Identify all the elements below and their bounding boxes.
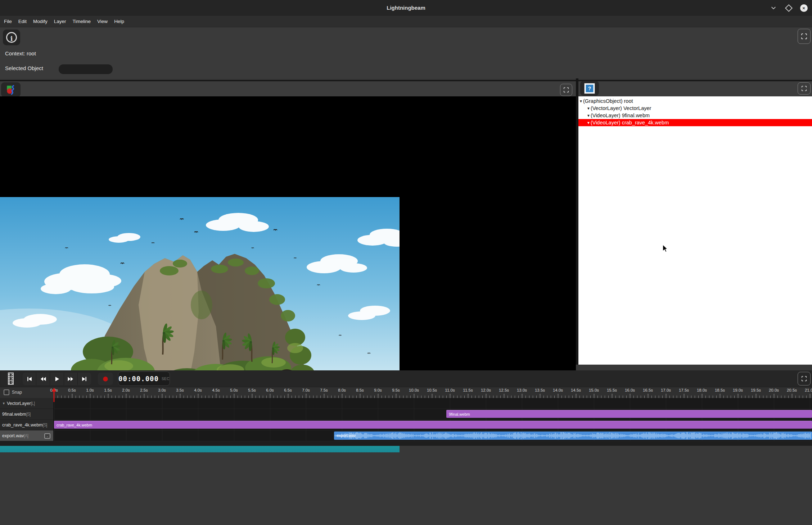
ruler-tick — [180, 394, 180, 398]
menu-view[interactable]: View — [94, 16, 111, 27]
maximize-button[interactable] — [785, 4, 793, 12]
skip-end-button[interactable] — [78, 373, 91, 385]
ruler-tick — [597, 396, 598, 398]
diamond-icon — [785, 4, 792, 12]
playhead[interactable] — [51, 387, 57, 402]
tree-row[interactable]: ▼(VideoLayer) crab_rave_4k.webm — [578, 119, 812, 126]
tree-row[interactable]: ▼(GraphicsObject) root — [578, 97, 812, 105]
ruler-tick — [759, 396, 760, 398]
close-button[interactable]: × — [800, 4, 808, 12]
ruler-tick — [511, 396, 511, 398]
timeline-ruler[interactable]: Snap 0.0s0.5s1.0s1.5s2.0s2.5s3.0s3.5s4.0… — [0, 387, 812, 398]
ruler-tick — [561, 396, 562, 398]
info-button[interactable]: i — [3, 29, 20, 45]
ruler-tick — [292, 396, 292, 398]
ruler-tick — [241, 396, 242, 398]
ruler-tick — [522, 394, 522, 398]
ruler-tick — [781, 396, 781, 398]
track-label-VectorLayer[interactable]: ▼VectorLayer[L] — [0, 398, 53, 409]
ruler-tick — [79, 396, 80, 398]
clip-export.wav[interactable]: export.wav — [334, 432, 812, 440]
play-button[interactable] — [50, 373, 64, 385]
menu-timeline[interactable]: Timeline — [69, 16, 94, 27]
shapes-icon — [5, 85, 16, 95]
menu-layer[interactable]: Layer — [51, 16, 69, 27]
ruler-label: 1.5s — [104, 388, 112, 392]
fullscreen-icon — [801, 85, 807, 92]
expander-triangle-icon[interactable]: ▼ — [579, 99, 583, 103]
ruler-tick — [806, 396, 807, 398]
ruler-tick — [425, 396, 425, 398]
rewind-button[interactable] — [36, 373, 50, 385]
fast-forward-button[interactable] — [64, 373, 78, 385]
skip-start-button[interactable] — [23, 373, 36, 385]
ruler-tick — [605, 396, 605, 398]
tree-row[interactable]: ▼(VectorLayer) VectorLayer — [578, 105, 812, 112]
record-button[interactable] — [98, 373, 113, 385]
ruler-tick — [482, 396, 483, 398]
ruler-tick — [306, 394, 306, 398]
track-toggle-button[interactable]: - — [44, 433, 50, 439]
track-label-column: ▼VectorLayer[L]9final.webm[S]crab_rave_4… — [0, 398, 54, 441]
ruler-label: 8.0s — [338, 388, 346, 392]
circle-x-icon: × — [800, 4, 808, 12]
window-title: Lightningbeam — [0, 0, 812, 16]
ruler-tick — [788, 396, 789, 398]
ruler-tick — [479, 396, 479, 398]
expander-triangle-icon[interactable]: ▼ — [587, 114, 590, 118]
menu-help[interactable]: Help — [111, 16, 127, 27]
snap-checkbox[interactable] — [4, 389, 9, 395]
expander-triangle-icon[interactable]: ▼ — [587, 106, 590, 110]
info-panel-expand-button[interactable] — [798, 29, 811, 44]
ruler-tick — [169, 396, 170, 398]
chevron-down-icon — [770, 5, 777, 11]
ruler-label: 15.0s — [589, 388, 599, 392]
ruler-tick — [601, 396, 601, 398]
ruler-tick — [738, 394, 738, 398]
timeline-expand-button[interactable] — [798, 372, 811, 385]
ruler-label: 13.0s — [517, 388, 527, 392]
stage-expand-button[interactable] — [560, 84, 572, 96]
ruler-tick — [130, 396, 130, 398]
track-label-export.wav[interactable]: export.wav[A]- — [0, 430, 53, 441]
menu-edit[interactable]: Edit — [15, 16, 30, 27]
selected-object-input[interactable] — [59, 64, 113, 74]
expander-triangle-icon[interactable]: ▼ — [587, 121, 590, 125]
clip-9final.webm[interactable]: 9final.webm — [446, 410, 812, 418]
ruler-tick — [698, 396, 699, 398]
tree-row[interactable]: ▼(VideoLayer) 9final.webm — [578, 112, 812, 119]
ruler-tick — [209, 396, 209, 398]
track-expander-icon[interactable]: ▼ — [2, 402, 5, 405]
track-label-crab_rave_4k.webm[interactable]: crab_rave_4k.webm[S] — [0, 420, 53, 430]
track-type-tag: [S] — [26, 412, 31, 417]
ruler-tick — [158, 396, 159, 398]
ruler-tick — [785, 396, 785, 398]
ruler-tick — [734, 396, 735, 398]
ruler-label: 20.0s — [769, 388, 779, 392]
ruler-tick — [677, 396, 677, 398]
tree-expand-button[interactable] — [798, 82, 811, 95]
ruler-tick — [795, 396, 796, 398]
minimize-button[interactable] — [770, 4, 777, 12]
tree-panel-button[interactable]: ? — [580, 81, 599, 96]
ruler-tick — [648, 394, 648, 398]
track-label-9final.webm[interactable]: 9final.webm[S] — [0, 409, 53, 420]
ruler-tick — [529, 396, 529, 398]
mouse-cursor — [662, 245, 668, 252]
menu-modify[interactable]: Modify — [30, 16, 51, 27]
ruler-tick — [439, 396, 439, 398]
info-icon: i — [6, 32, 17, 43]
track-name: 9final.webm — [2, 412, 26, 417]
ruler-tick — [486, 394, 486, 398]
clip-crab_rave_4k.webm[interactable]: crab_rave_4k.webm — [54, 421, 812, 429]
ruler-label: 2.5s — [140, 388, 148, 392]
fast-forward-icon — [67, 375, 75, 383]
drawing-tools-button[interactable] — [1, 82, 21, 97]
ruler-tick — [277, 396, 278, 398]
timeline-panel-button[interactable] — [1, 371, 21, 386]
ruler-tick — [360, 394, 360, 398]
menu-file[interactable]: File — [1, 16, 15, 27]
ruler-tick — [216, 394, 216, 398]
ruler-tick — [245, 396, 245, 398]
fullscreen-icon — [800, 33, 808, 40]
